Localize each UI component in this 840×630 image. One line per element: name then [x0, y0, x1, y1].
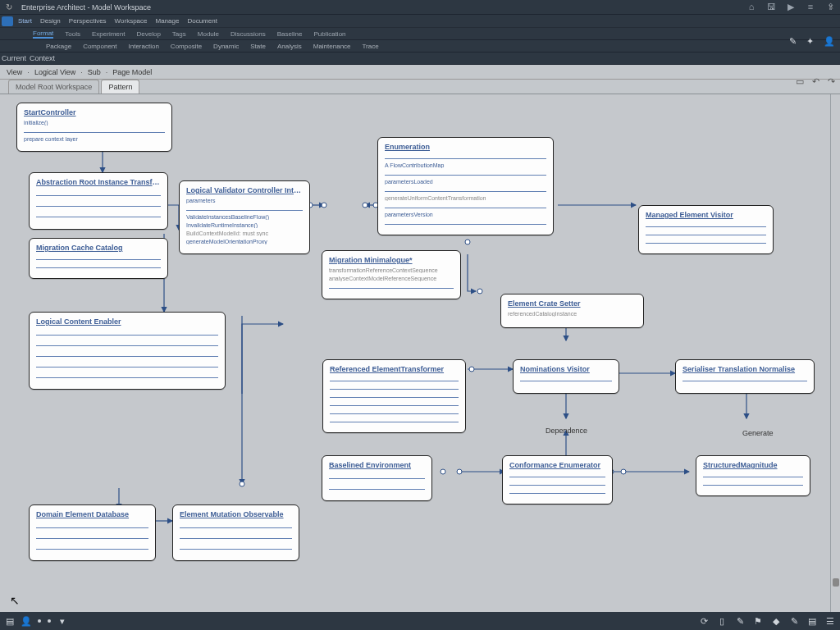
edit-icon[interactable]: ✎: [789, 616, 799, 626]
menu-document[interactable]: Document: [187, 17, 217, 25]
tab-experiment[interactable]: Experiment: [92, 30, 125, 38]
wand-icon[interactable]: ✎: [789, 36, 797, 47]
node-abstraction-root[interactable]: Abstraction Root Instance Transformation: [29, 172, 168, 230]
node-managed-visitor[interactable]: Managed Element Visitor: [638, 205, 774, 254]
menu-design[interactable]: Design: [40, 17, 61, 25]
node-attr: ValidateInstancesBaselineFlow(): [186, 214, 303, 220]
node-ref-transformer[interactable]: Referenced ElementTransformer: [322, 359, 466, 433]
menu-workspace[interactable]: Workspace: [115, 17, 148, 25]
play-icon[interactable]: ▶: [786, 2, 796, 11]
dot-icon: [38, 619, 41, 623]
menu-manage[interactable]: Manage: [155, 17, 179, 25]
share-icon[interactable]: ⇪: [825, 2, 835, 11]
app-bar: Start Design Perspectives Workspace Mana…: [0, 15, 840, 28]
wand-icon[interactable]: ✎: [735, 616, 745, 626]
tag-icon[interactable]: ⚑: [753, 616, 763, 626]
svg-point-10: [621, 469, 626, 474]
node-domain-db[interactable]: Domain Element Database: [29, 504, 156, 561]
node-attr: initialize(): [24, 120, 165, 126]
path-seg3[interactable]: Sub: [88, 68, 101, 76]
node-nominations[interactable]: Nominations Visitor: [513, 359, 619, 394]
node-mutation-obs[interactable]: Element Mutation Observable: [172, 504, 299, 561]
node-title: Domain Element Database: [36, 510, 148, 518]
node-migration-min[interactable]: Migration Minimalogue* transformationRef…: [322, 250, 461, 299]
node-migration-cache[interactable]: Migration Cache Catalog: [29, 238, 168, 279]
save-icon[interactable]: 🖫: [766, 2, 776, 11]
svg-point-8: [441, 469, 445, 474]
tab-module[interactable]: Module: [198, 30, 219, 38]
tool-icon[interactable]: ✦: [806, 36, 814, 47]
tab-publication[interactable]: Publication: [313, 30, 345, 38]
redo-icon[interactable]: ↷: [828, 76, 835, 87]
node-title: Migration Cache Catalog: [36, 244, 161, 252]
node-baselined-env[interactable]: Baselined Environment: [322, 455, 432, 501]
sub-component[interactable]: Component: [83, 43, 116, 50]
node-attr: InvalidateRuntimeInstance(): [186, 222, 303, 228]
person-icon[interactable]: 👤: [824, 36, 835, 47]
sub-package[interactable]: Package: [46, 43, 71, 50]
sub-composite[interactable]: Composite: [171, 43, 202, 50]
svg-point-2: [363, 203, 368, 208]
path-seg2[interactable]: Logical View: [34, 68, 75, 76]
page-icon[interactable]: ▤: [5, 616, 15, 626]
path-seg4[interactable]: Page Model: [112, 68, 152, 76]
node-content-enabler[interactable]: Logical Content Enabler: [29, 312, 226, 390]
chevron-icon: ·: [27, 68, 30, 76]
pathbar-actions: ▭ ↶ ↷: [796, 76, 835, 87]
node-attr: generateUniformContentTransformation: [385, 195, 546, 201]
panel-icon[interactable]: ▭: [796, 76, 804, 87]
sub-trace[interactable]: Trace: [363, 43, 379, 50]
vertical-scrollbar[interactable]: [830, 94, 840, 612]
bulb-icon[interactable]: ◆: [771, 616, 781, 626]
node-attr: referencedCatalogInstance: [508, 311, 637, 317]
node-structured-mag[interactable]: StructuredMagnitude: [696, 455, 810, 496]
node-title: Logical Validator Controller Intermediat…: [186, 186, 303, 194]
svg-point-5: [477, 289, 482, 294]
tab-develop[interactable]: Develop: [137, 30, 161, 38]
context-bar: Current Context: [0, 52, 840, 65]
start-button[interactable]: [2, 16, 13, 26]
refresh-icon[interactable]: ↻: [3, 2, 15, 13]
node-attr: prepare context layer: [24, 136, 165, 142]
sub-dynamic[interactable]: Dynamic: [213, 43, 239, 50]
tab-baseline[interactable]: Baseline: [277, 30, 303, 38]
home-icon[interactable]: ⌂: [746, 2, 756, 11]
node-title: Conformance Enumerator: [509, 461, 605, 469]
node-title: Managed Element Visitor: [646, 211, 766, 219]
undo-icon[interactable]: ↶: [812, 76, 819, 87]
scroll-thumb[interactable]: [833, 578, 839, 587]
sub-state[interactable]: State: [250, 43, 266, 50]
svg-point-4: [465, 240, 470, 244]
sub-maintenance[interactable]: Maintenance: [313, 43, 351, 50]
start-label: Start: [18, 17, 32, 25]
doc-tab-active[interactable]: Pattern: [101, 80, 139, 94]
chevron-down-icon[interactable]: ▾: [57, 616, 67, 626]
sub-interaction[interactable]: Interaction: [129, 43, 159, 50]
doc-icon[interactable]: ▯: [717, 616, 727, 626]
node-enumeration[interactable]: Enumeration A FlowContributionMap parame…: [377, 137, 554, 235]
sync-icon[interactable]: ⟳: [699, 616, 709, 626]
tab-tags[interactable]: Tags: [172, 30, 186, 38]
node-element-crate[interactable]: Element Crate Setter referencedCatalogIn…: [500, 294, 644, 328]
settings-icon[interactable]: ≡: [806, 2, 815, 11]
tab-discussions[interactable]: Discussions: [231, 30, 266, 38]
person-icon[interactable]: 👤: [21, 616, 31, 626]
node-conformance[interactable]: Conformance Enumerator: [502, 455, 613, 504]
node-serialiser[interactable]: Serialiser Translation Normalise: [675, 359, 815, 394]
node-start-controller[interactable]: StartController initialize() prepare con…: [16, 103, 172, 152]
dot-icon: [48, 619, 51, 623]
doc-tab-inactive[interactable]: Model Root Workspace: [8, 80, 99, 94]
tab-format[interactable]: Format: [33, 30, 53, 39]
tab-tools[interactable]: Tools: [65, 30, 80, 38]
node-title: Enumeration: [385, 143, 546, 151]
columns-icon[interactable]: ☰: [825, 616, 835, 626]
path-seg1[interactable]: View: [7, 68, 22, 76]
menu-perspectives[interactable]: Perspectives: [69, 17, 107, 25]
node-logical-validator[interactable]: Logical Validator Controller Intermediat…: [179, 180, 310, 254]
chevron-icon: ·: [80, 68, 83, 76]
layers-icon[interactable]: ▤: [807, 616, 817, 626]
node-attr: parametersVersion: [385, 212, 546, 217]
sub-analysis[interactable]: Analysis: [277, 43, 302, 50]
diagram-canvas[interactable]: StartController initialize() prepare con…: [0, 94, 840, 612]
menu-bar: Design Perspectives Workspace Manage Doc…: [40, 17, 217, 25]
